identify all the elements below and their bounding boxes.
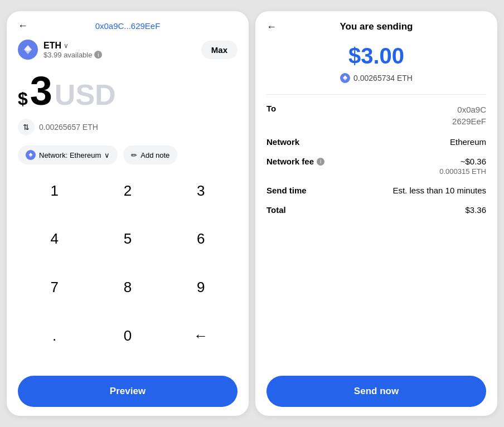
key-backspace[interactable]: ← xyxy=(164,319,238,352)
network-label: Network: Ethereum xyxy=(39,151,101,159)
key-1[interactable]: 1 xyxy=(18,174,91,207)
available-balance: $3.99 available i xyxy=(43,51,102,59)
dollar-sign: $ xyxy=(18,89,28,109)
token-name-row[interactable]: ETH ∨ xyxy=(43,41,102,51)
fee-usd: ~$0.36 xyxy=(439,157,486,166)
fee-info-icon[interactable]: i xyxy=(317,158,324,166)
key-0[interactable]: 0 xyxy=(91,319,164,352)
amount-currency: USD xyxy=(55,80,116,109)
network-eth-icon xyxy=(26,150,36,160)
sending-usd-amount: $3.00 xyxy=(266,43,486,69)
key-9[interactable]: 9 xyxy=(164,271,238,304)
key-2[interactable]: 2 xyxy=(91,174,164,207)
amount-display: $ 3 USD xyxy=(18,71,238,111)
sending-amount: $3.00 xyxy=(266,43,486,69)
right-header: ← You are sending xyxy=(266,21,486,32)
key-dot[interactable]: . xyxy=(18,319,91,352)
network-label: Network xyxy=(266,137,299,147)
pencil-icon: ✏ xyxy=(131,151,137,159)
key-3[interactable]: 3 xyxy=(164,174,238,207)
token-name-label: ETH xyxy=(43,41,61,51)
left-header: ← 0x0a9C...629EeF xyxy=(18,21,238,31)
key-7[interactable]: 7 xyxy=(18,271,91,304)
wallet-address: 0x0a9C...629EeF xyxy=(95,21,161,31)
keypad: 1 2 3 4 5 6 7 8 9 . 0 ← xyxy=(18,174,238,368)
total-value: $3.36 xyxy=(465,205,486,215)
swap-icon[interactable]: ⇅ xyxy=(18,119,35,135)
key-6[interactable]: 6 xyxy=(164,223,238,255)
eth-conversion-amount: 0.00265657 ETH xyxy=(39,123,98,132)
conversion-row: ⇅ 0.00265657 ETH xyxy=(18,119,238,135)
token-row: ETH ∨ $3.99 available i Max xyxy=(18,40,238,60)
eth-logo-icon xyxy=(18,40,38,60)
right-back-button[interactable]: ← xyxy=(266,21,277,33)
key-4[interactable]: 4 xyxy=(18,223,91,255)
network-row: Network Ethereum xyxy=(266,137,486,147)
network-chevron-icon: ∨ xyxy=(104,151,110,159)
to-row: To 0x0a9C 2629EeF xyxy=(266,104,486,127)
fee-label: Network fee xyxy=(266,157,314,166)
preview-button[interactable]: Preview xyxy=(18,376,238,407)
total-label: Total xyxy=(266,205,286,215)
send-time-row: Send time Est. less than 10 minutes xyxy=(266,186,486,195)
right-title: You are sending xyxy=(340,21,413,32)
sending-eth-row: 0.00265734 ETH xyxy=(266,73,486,83)
network-selector-button[interactable]: Network: Ethereum ∨ xyxy=(18,145,118,164)
max-button[interactable]: Max xyxy=(201,41,238,59)
send-time-value: Est. less than 10 minutes xyxy=(392,186,486,195)
fee-eth: 0.000315 ETH xyxy=(439,167,486,176)
send-time-label: Send time xyxy=(266,186,307,195)
amount-number: 3 xyxy=(30,71,52,111)
total-row: Total $3.36 xyxy=(266,205,486,215)
left-back-button[interactable]: ← xyxy=(18,20,28,32)
network-value: Ethereum xyxy=(450,137,486,147)
sending-eth-amount: 0.00265734 ETH xyxy=(353,74,413,83)
add-note-label: Add note xyxy=(140,151,169,159)
send-now-button[interactable]: Send now xyxy=(266,376,486,407)
to-label: To xyxy=(266,104,276,113)
fee-label-row: Network fee i xyxy=(266,157,324,166)
options-row: Network: Ethereum ∨ ✏ Add note xyxy=(18,145,238,164)
info-icon[interactable]: i xyxy=(94,51,102,59)
key-5[interactable]: 5 xyxy=(91,223,164,255)
token-info: ETH ∨ $3.99 available i xyxy=(18,40,102,60)
token-chevron-icon: ∨ xyxy=(64,42,69,50)
fee-row: Network fee i ~$0.36 0.000315 ETH xyxy=(266,157,486,176)
detail-section: To 0x0a9C 2629EeF Network Ethereum Netwo… xyxy=(266,104,486,240)
to-address: 0x0a9C 2629EeF xyxy=(452,104,486,127)
divider xyxy=(266,94,486,95)
add-note-button[interactable]: ✏ Add note xyxy=(123,145,177,164)
sending-eth-icon xyxy=(340,73,350,83)
key-8[interactable]: 8 xyxy=(91,271,164,304)
